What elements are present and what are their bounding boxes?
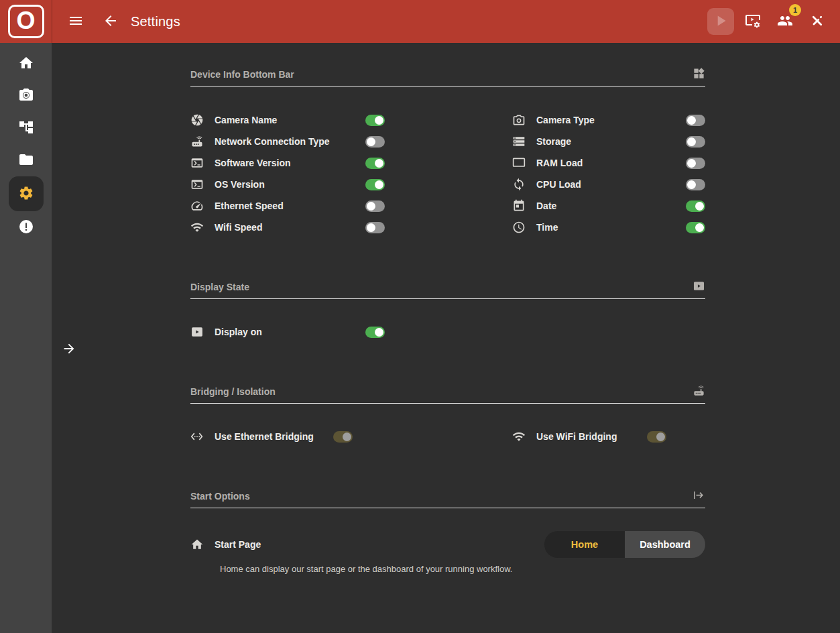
- gear-icon: [18, 185, 34, 203]
- toggle-storage[interactable]: [686, 136, 705, 148]
- home-icon: [18, 55, 34, 73]
- setting-label: Ethernet Speed: [215, 200, 284, 211]
- edit-off-icon: [809, 13, 825, 31]
- section-header: Start Options: [190, 489, 705, 508]
- app-logo[interactable]: O: [0, 0, 52, 43]
- setting-row-os-version: OS Version: [190, 174, 385, 195]
- home-icon: [190, 538, 204, 551]
- section-title: Start Options: [190, 491, 250, 502]
- wifi-icon: [190, 221, 204, 234]
- setting-row-ethernet-bridging: Use Ethernet Bridging: [190, 426, 353, 447]
- section-header: Device Info Bottom Bar: [190, 67, 705, 87]
- calendar-icon: [512, 199, 526, 213]
- sidebar-item-home[interactable]: [10, 48, 42, 80]
- section-start-options: Start Options Start Page Home Dashboard …: [190, 489, 705, 574]
- clock-icon: [512, 221, 526, 234]
- hamburger-icon: [68, 13, 84, 31]
- setting-label: Network Connection Type: [215, 136, 330, 147]
- toggle-date[interactable]: [686, 200, 705, 212]
- sidebar-item-notifications[interactable]: [10, 211, 42, 243]
- terminal-icon: [190, 178, 204, 191]
- setting-row-storage: Storage: [512, 131, 705, 152]
- toggle-ram-load[interactable]: [686, 158, 705, 169]
- start-page-dashboard-option[interactable]: Dashboard: [625, 531, 705, 558]
- users-button[interactable]: 1: [772, 8, 798, 35]
- edit-off-button[interactable]: [804, 8, 831, 35]
- app-window: O Settings 1: [0, 0, 840, 633]
- display-settings-button[interactable]: [739, 8, 766, 35]
- setting-row-time: Time: [512, 217, 705, 238]
- setting-row-camera-name: Camera Name: [190, 109, 385, 131]
- page-title: Settings: [131, 14, 180, 30]
- ethernet-icon: [190, 430, 204, 443]
- setting-label: Use WiFi Bridging: [536, 431, 617, 442]
- setting-label: Display on: [215, 327, 262, 337]
- widgets-icon: [693, 67, 705, 80]
- terminal-icon: [190, 156, 204, 170]
- topbar-actions: 1: [707, 8, 840, 35]
- setting-row-ram-load: RAM Load: [512, 152, 705, 174]
- toggle-camera-name[interactable]: [365, 115, 385, 126]
- smart-display-icon: [693, 280, 705, 292]
- toggle-os-version[interactable]: [365, 179, 385, 190]
- setting-label: CPU Load: [536, 179, 581, 190]
- toggle-cpu-load[interactable]: [686, 179, 705, 190]
- workflow-tree-icon: [18, 119, 34, 137]
- sidebar: [0, 43, 52, 633]
- setting-row-ethernet-speed: Ethernet Speed: [190, 195, 385, 217]
- play-icon: [712, 12, 729, 32]
- back-button[interactable]: [97, 8, 124, 35]
- setting-label: Camera Name: [215, 115, 277, 125]
- bridging-rows: Use Ethernet Bridging Use WiFi Bridging: [190, 426, 705, 447]
- sidebar-item-files[interactable]: [10, 144, 42, 176]
- toggle-display-on[interactable]: [365, 327, 385, 338]
- toggle-software-version[interactable]: [365, 158, 385, 169]
- toggle-time[interactable]: [686, 222, 705, 233]
- sidebar-item-workflow[interactable]: [10, 112, 42, 144]
- settings-content: Device Info Bottom Bar Camera Name Netwo…: [52, 43, 840, 633]
- wifi-icon: [512, 430, 526, 443]
- start-page-description: Home can display our start page or the d…: [220, 564, 705, 574]
- setting-label: OS Version: [215, 179, 265, 190]
- sidebar-item-camera[interactable]: [10, 80, 42, 112]
- router-icon: [693, 384, 705, 397]
- menu-button[interactable]: [62, 8, 89, 35]
- notification-badge: 1: [789, 4, 801, 16]
- back-arrow-icon: [103, 13, 119, 31]
- display-settings-icon: [745, 13, 761, 31]
- toggle-ethernet-speed[interactable]: [365, 200, 385, 212]
- setting-label: Software Version: [215, 158, 291, 168]
- start-page-toggle-group: Home Dashboard: [544, 531, 705, 558]
- ram-icon: [512, 156, 526, 170]
- device-info-rows: Camera Name Network Connection Type Soft…: [190, 109, 705, 238]
- section-title: Display State: [190, 282, 249, 292]
- setting-row-wifi-bridging: Use WiFi Bridging: [512, 426, 666, 447]
- toggle-wifi-bridging: [647, 431, 666, 443]
- toggle-wifi-speed[interactable]: [365, 222, 385, 233]
- photo-camera-icon: [18, 87, 34, 105]
- play-button[interactable]: [707, 8, 734, 35]
- setting-label: Wifi Speed: [215, 222, 262, 233]
- setting-row-camera-type: Camera Type: [512, 109, 705, 131]
- toggle-ethernet-bridging: [333, 431, 353, 443]
- expand-panel-button[interactable]: [62, 341, 76, 358]
- speedometer-icon: [190, 199, 204, 213]
- smart-display-icon: [190, 325, 204, 339]
- toggle-camera-type[interactable]: [686, 115, 705, 126]
- setting-label: RAM Load: [536, 158, 583, 168]
- setting-label: Date: [536, 200, 556, 211]
- setting-row-software-version: Software Version: [190, 152, 385, 174]
- setting-row-cpu-load: CPU Load: [512, 174, 705, 195]
- start-page-label: Start Page: [215, 539, 261, 550]
- setting-row-wifi-speed: Wifi Speed: [190, 217, 385, 238]
- error-icon: [18, 219, 34, 237]
- section-display-state: Display State Display on: [190, 280, 705, 343]
- storage-icon: [512, 135, 526, 148]
- start-page-home-option[interactable]: Home: [544, 531, 625, 558]
- section-device-info: Device Info Bottom Bar Camera Name Netwo…: [190, 67, 705, 238]
- toggle-network-connection-type[interactable]: [365, 136, 385, 148]
- sidebar-item-settings[interactable]: [9, 176, 44, 211]
- section-header: Display State: [190, 280, 705, 299]
- setting-label: Use Ethernet Bridging: [215, 431, 314, 442]
- router-icon: [190, 135, 204, 148]
